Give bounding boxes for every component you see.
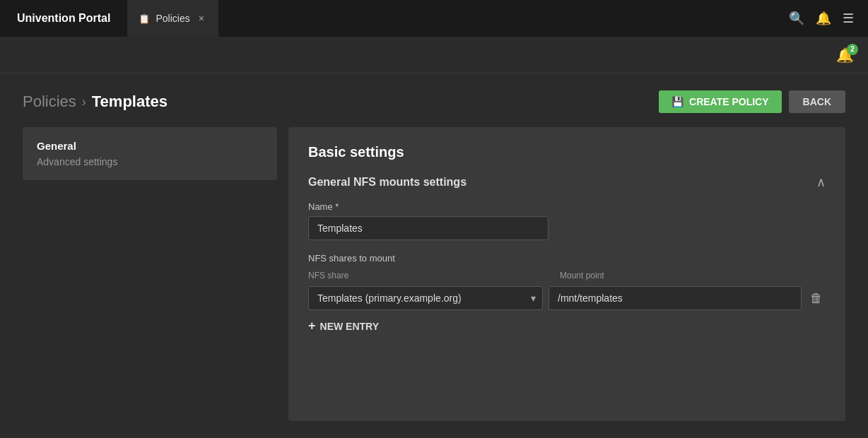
create-policy-button[interactable]: 💾 CREATE POLICY xyxy=(659,90,782,113)
nav-actions: 🔍 🔔 ☰ xyxy=(775,11,868,26)
menu-icon[interactable]: ☰ xyxy=(843,11,854,26)
top-nav: Univention Portal 📋 Policies × 🔍 🔔 ☰ xyxy=(0,0,868,37)
name-field-group: Name * xyxy=(308,201,826,240)
sidebar-item-advanced[interactable]: Advanced settings xyxy=(37,156,263,167)
layout: General Advanced settings Basic settings… xyxy=(23,127,845,421)
main-panel: Basic settings General NFS mounts settin… xyxy=(288,127,845,421)
tabs-area: 📋 Policies × xyxy=(127,0,775,37)
nfs-share-select[interactable]: Templates (primary.example.org) xyxy=(308,286,543,310)
breadcrumb: Policies › Templates xyxy=(23,93,168,111)
back-button[interactable]: BACK xyxy=(789,90,845,113)
sidebar-card: General Advanced settings xyxy=(23,127,277,180)
new-entry-plus-icon: + xyxy=(308,319,316,333)
notification-badge: 2 xyxy=(847,44,858,55)
search-icon[interactable]: 🔍 xyxy=(789,11,804,26)
name-label: Name * xyxy=(308,201,826,212)
breadcrumb-separator: › xyxy=(82,95,86,110)
tab-policies[interactable]: 📋 Policies × xyxy=(127,0,218,37)
create-policy-icon: 💾 xyxy=(671,96,684,107)
panel-title: Basic settings xyxy=(308,144,826,160)
nfs-shares-label: NFS shares to mount xyxy=(308,253,826,264)
main-content: Policies › Templates 💾 CREATE POLICY BAC… xyxy=(0,73,868,438)
new-entry-label: NEW ENTRY xyxy=(320,321,379,332)
new-entry-button[interactable]: + NEW ENTRY xyxy=(308,319,379,333)
tab-label: Policies xyxy=(156,13,189,24)
section-header: General NFS mounts settings ∧ xyxy=(308,174,826,190)
tab-close-button[interactable]: × xyxy=(196,11,207,25)
delete-nfs-row-button[interactable]: 🗑 xyxy=(807,288,826,309)
mount-point-col-header: Mount point xyxy=(560,271,797,283)
section-collapse-button[interactable]: ∧ xyxy=(816,174,826,190)
section-title: General NFS mounts settings xyxy=(308,176,467,189)
nfs-row: Templates (primary.example.org) ▾ 🗑 xyxy=(308,286,826,310)
nfs-share-select-wrapper: Templates (primary.example.org) ▾ xyxy=(308,286,543,310)
action-buttons: 💾 CREATE POLICY BACK xyxy=(659,90,845,113)
name-input[interactable] xyxy=(308,216,549,240)
sidebar: General Advanced settings xyxy=(23,127,277,421)
breadcrumb-parent[interactable]: Policies xyxy=(23,93,76,111)
notification-button[interactable]: 🔔 2 xyxy=(836,47,854,64)
secondary-bar: 🔔 2 xyxy=(0,37,868,73)
sidebar-item-general[interactable]: General xyxy=(37,140,263,152)
nfs-share-col-header: NFS share xyxy=(308,271,546,283)
mount-point-input[interactable] xyxy=(549,286,802,310)
breadcrumb-row: Policies › Templates 💾 CREATE POLICY BAC… xyxy=(23,90,845,113)
nfs-shares-group: NFS shares to mount NFS share Mount poin… xyxy=(308,253,826,333)
tab-icon: 📋 xyxy=(139,13,150,24)
bell-icon[interactable]: 🔔 xyxy=(816,11,831,26)
breadcrumb-current: Templates xyxy=(92,93,168,111)
app-title: Univention Portal xyxy=(0,12,127,25)
create-policy-label: CREATE POLICY xyxy=(689,96,769,107)
